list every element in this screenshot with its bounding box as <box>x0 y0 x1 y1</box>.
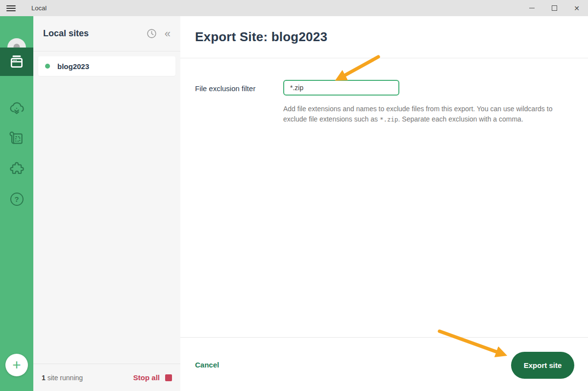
maximize-icon <box>552 5 557 11</box>
help-text-code: *.zip <box>380 116 398 123</box>
sidebar-item-local-sites[interactable] <box>0 48 33 76</box>
sites-panel: Local sites « blog2023 1 site running <box>33 16 180 391</box>
cloud-download-icon <box>8 100 25 117</box>
clock-icon <box>147 28 157 39</box>
minimize-button[interactable] <box>520 0 543 16</box>
footer-divider <box>180 337 588 338</box>
window-title: Local <box>31 4 47 12</box>
site-list-item[interactable]: blog2023 <box>38 56 175 76</box>
help-text-after: . Separate each exclusion with a comma. <box>398 115 523 123</box>
stop-icon <box>165 374 172 381</box>
file-exclusion-filter-input[interactable] <box>283 80 399 96</box>
sidebar-item-blueprints[interactable] <box>0 123 33 154</box>
sidebar-item-addons[interactable] <box>0 153 33 184</box>
main-content: Export Site: blog2023 File exclusion fil… <box>180 16 588 391</box>
hamburger-menu-icon[interactable] <box>6 4 16 13</box>
stop-all-label: Stop all <box>133 373 160 382</box>
sidebar-item-help[interactable]: ? <box>0 184 33 214</box>
stop-all-button[interactable]: Stop all <box>133 373 172 382</box>
collapse-panel-button[interactable]: « <box>165 28 171 39</box>
app-window: Local ✕ <box>0 0 588 391</box>
maximize-button[interactable] <box>543 0 565 16</box>
window-controls: ✕ <box>520 0 588 16</box>
plus-icon: + <box>12 358 21 372</box>
sites-panel-header: Local sites « <box>33 16 180 51</box>
site-running-dot <box>45 64 50 69</box>
close-icon: ✕ <box>574 4 580 12</box>
minimize-icon <box>529 8 535 8</box>
sites-panel-title: Local sites <box>43 28 89 39</box>
running-suffix: site running <box>46 374 83 382</box>
help-glyph: ? <box>14 195 19 203</box>
collapse-icon: « <box>165 27 171 40</box>
blueprint-icon <box>8 130 25 147</box>
sidebar: ? + <box>0 16 33 391</box>
sidebar-item-cloud-backups[interactable] <box>0 93 33 123</box>
close-button[interactable]: ✕ <box>565 0 588 16</box>
help-icon: ? <box>10 193 24 206</box>
titlebar: Local ✕ <box>0 0 588 16</box>
page-title: Export Site: blog2023 <box>195 29 327 45</box>
site-name: blog2023 <box>57 62 89 71</box>
main-header: Export Site: blog2023 <box>180 16 588 58</box>
running-count: 1 <box>42 374 46 382</box>
export-site-button[interactable]: Export site <box>511 352 574 379</box>
add-site-button[interactable]: + <box>5 354 28 376</box>
file-exclusion-help-text: Add file extensions and names to exclude… <box>283 104 563 124</box>
puzzle-icon <box>8 160 25 177</box>
file-exclusion-filter-label: File exclusion filter <box>195 84 255 93</box>
sites-icon <box>9 54 24 70</box>
sites-panel-footer: 1 site running Stop all <box>33 364 180 391</box>
history-button[interactable] <box>147 28 157 39</box>
cancel-button[interactable]: Cancel <box>195 361 219 369</box>
sites-running-status: 1 site running <box>42 374 83 382</box>
